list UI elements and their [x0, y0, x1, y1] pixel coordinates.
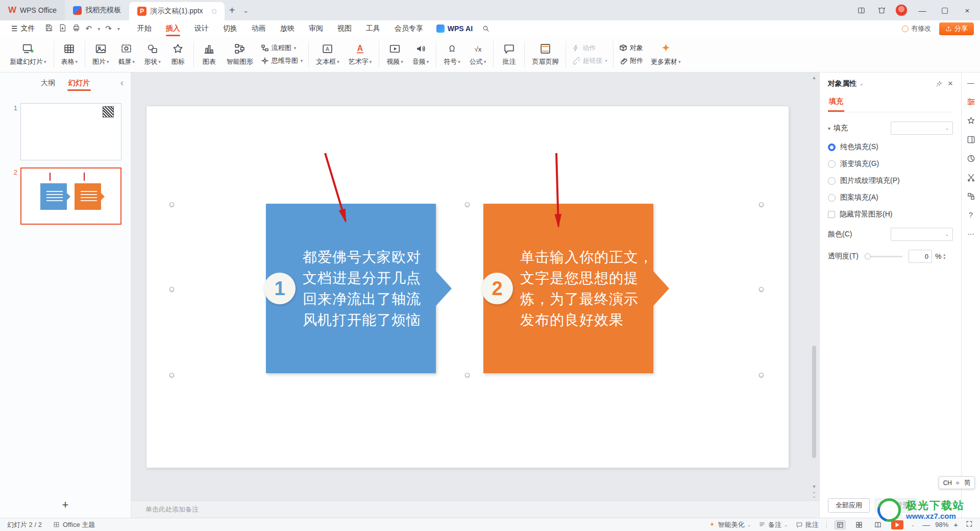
undo-icon[interactable]: ↶: [86, 24, 92, 33]
insert-symbol-button[interactable]: Ω 符号▾: [439, 39, 465, 70]
normal-view-button[interactable]: [835, 520, 846, 529]
selection-handle[interactable]: [169, 202, 174, 207]
flowchart-button[interactable]: 流程图▾: [261, 43, 303, 53]
input-language-bar[interactable]: CH 简: [939, 476, 975, 489]
shape-step-1[interactable]: 1 都爱佛号大家欧对 文档进是分开几点 回来净流出了轴流 风机打开能了烦恼: [266, 204, 436, 373]
apply-all-button[interactable]: 全部应用: [828, 498, 870, 513]
selection-handle[interactable]: [759, 202, 764, 207]
tab-tools[interactable]: 工具: [360, 20, 386, 37]
tab-slides[interactable]: 幻灯片: [67, 76, 91, 91]
file-menu-button[interactable]: ☰ 文件: [6, 24, 40, 33]
insert-object-button[interactable]: 对象: [619, 43, 643, 53]
comments-button[interactable]: 批注: [796, 520, 819, 529]
option-gradient-fill[interactable]: 渐变填充(G): [828, 159, 953, 168]
pin-icon[interactable]: [935, 80, 943, 88]
collapse-panel-icon[interactable]: ‹: [120, 78, 124, 88]
tab-design[interactable]: 设计: [188, 20, 215, 37]
insert-icon-button[interactable]: 图标: [165, 39, 191, 70]
selection-handle[interactable]: [169, 287, 174, 292]
scrollbar-thumb[interactable]: [812, 346, 816, 458]
minimize-button[interactable]: —: [915, 3, 930, 18]
zoom-out-icon[interactable]: —: [922, 521, 930, 528]
tab-view[interactable]: 视图: [331, 20, 358, 37]
tab-membership[interactable]: 会员专享: [388, 20, 429, 37]
save-icon[interactable]: [44, 23, 53, 34]
section-collapse-icon[interactable]: ▾: [828, 126, 830, 131]
layout-pane-icon[interactable]: [966, 134, 976, 144]
radio-icon[interactable]: [828, 194, 836, 202]
close-button[interactable]: ×: [960, 3, 975, 18]
transparency-slider[interactable]: [866, 256, 902, 257]
selection-handle[interactable]: [759, 287, 764, 292]
tab-fill[interactable]: 填充: [828, 95, 844, 112]
transparency-input[interactable]: 0: [909, 250, 932, 263]
more-assets-button[interactable]: 更多素材▾: [646, 39, 685, 70]
tab-wps-home[interactable]: W WPS Office: [0, 0, 65, 20]
option-pattern-fill[interactable]: 图案填充(A): [828, 193, 953, 202]
collapse-strip-icon[interactable]: —: [966, 78, 976, 88]
favorites-icon[interactable]: [966, 115, 976, 126]
maximize-button[interactable]: ▢: [937, 3, 952, 18]
panel-title-caret-icon[interactable]: ⌄: [860, 81, 864, 86]
selection-handle[interactable]: [465, 373, 470, 377]
new-slide-button[interactable]: 新建幻灯片▾: [5, 39, 51, 70]
new-tab-button[interactable]: +: [225, 0, 240, 20]
smartart-button[interactable]: 智能图形: [222, 39, 258, 70]
checkbox-icon[interactable]: [828, 211, 835, 218]
next-slide-icon[interactable]: ⌄: [812, 494, 816, 498]
option-hide-background[interactable]: 隐藏背景图形(H): [828, 210, 953, 219]
object-properties-icon[interactable]: [966, 96, 976, 107]
tab-insert[interactable]: 插入: [160, 20, 186, 37]
insert-audio-button[interactable]: 音频▾: [408, 39, 434, 70]
fill-preset-select[interactable]: ⌄: [891, 122, 953, 135]
option-solid-fill[interactable]: 纯色填充(S): [828, 142, 953, 152]
attachment-button[interactable]: 附件: [619, 56, 643, 65]
play-options-caret-icon[interactable]: ⌄: [911, 522, 915, 527]
window-layout-icon[interactable]: [854, 4, 868, 17]
undo-caret-icon[interactable]: ▾: [97, 26, 100, 32]
insert-picture-button[interactable]: 图片▾: [88, 39, 114, 70]
theme-indicator[interactable]: Office 主题: [53, 520, 95, 529]
slider-knob[interactable]: [865, 253, 871, 259]
tab-document[interactable]: P 演示文稿(1).pptx: [129, 2, 224, 20]
selection-handle[interactable]: [465, 202, 470, 207]
insert-comment-button[interactable]: 批注: [496, 39, 522, 70]
selection-handle[interactable]: [169, 373, 174, 377]
insert-video-button[interactable]: 视频▾: [382, 39, 408, 70]
tab-list-caret-icon[interactable]: ⌄: [240, 0, 252, 20]
user-avatar[interactable]: [895, 4, 908, 16]
fit-to-window-icon[interactable]: [966, 520, 973, 529]
tab-transition[interactable]: 切换: [217, 20, 243, 37]
tab-slideshow[interactable]: 放映: [274, 20, 301, 37]
color-select[interactable]: ⌄: [891, 228, 953, 241]
option-picture-texture-fill[interactable]: 图片或纹理填充(P): [828, 176, 953, 185]
print-icon[interactable]: [72, 23, 81, 34]
redo-icon[interactable]: ↷: [105, 24, 112, 33]
theme-skin-icon[interactable]: [875, 4, 888, 17]
radio-icon[interactable]: [828, 160, 836, 168]
notes-button[interactable]: 备注 ⌄: [758, 520, 788, 529]
smart-beautify-button[interactable]: 智能美化 ⌄: [708, 520, 751, 529]
insert-chart-button[interactable]: 图表: [197, 39, 222, 70]
export-pdf-icon[interactable]: [58, 23, 67, 34]
slide-2-preview[interactable]: [20, 167, 121, 225]
modified-status[interactable]: 有修改: [902, 24, 931, 33]
more-tools-icon[interactable]: ⋯: [966, 229, 976, 239]
wordart-button[interactable]: A 艺术字▾: [344, 39, 377, 70]
object-pane-icon[interactable]: [966, 191, 976, 201]
radio-selected-icon[interactable]: [828, 143, 836, 151]
slide-canvas[interactable]: 1 都爱佛号大家欧对 文档进是分开几点 回来净流出了轴流 风机打开能了烦恼 2 …: [131, 73, 819, 500]
shape-step-2[interactable]: 2 单击输入你的正文， 文字是您思想的提 炼，为了最终演示 发布的良好效果: [483, 204, 653, 373]
mindmap-button[interactable]: 思维导图▾: [261, 56, 303, 65]
slide-editing-area[interactable]: 1 都爱佛号大家欧对 文档进是分开几点 回来净流出了轴流 风机打开能了烦恼 2 …: [146, 106, 789, 468]
zoom-in-icon[interactable]: +: [953, 521, 958, 528]
add-slide-button[interactable]: +: [62, 498, 69, 512]
action-button[interactable]: 动作: [572, 43, 607, 53]
insert-formula-button[interactable]: √x 公式▾: [465, 39, 491, 70]
scroll-up-icon[interactable]: ▴: [813, 75, 815, 80]
slide-1-preview[interactable]: [20, 103, 121, 160]
slide-thumbnail-1[interactable]: 1: [0, 103, 125, 160]
tab-docer-template[interactable]: 找稻壳模板: [65, 0, 129, 20]
tab-sync-status-icon[interactable]: [212, 9, 216, 14]
scrollbar-track[interactable]: [812, 82, 817, 482]
